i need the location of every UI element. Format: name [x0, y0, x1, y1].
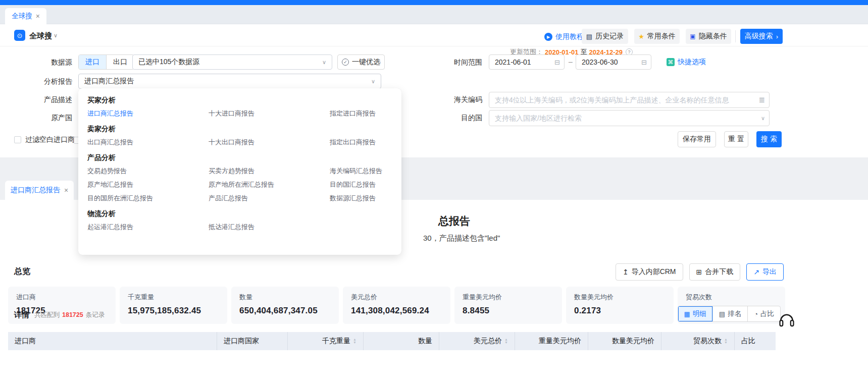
view-tab-占比[interactable]: ◔占比: [747, 306, 780, 321]
report-option[interactable]: 十大出口商报告: [209, 135, 330, 149]
report-option[interactable]: 原产地汇总报告: [87, 178, 209, 191]
overview-action-button[interactable]: ↥导入内部CRM: [616, 263, 683, 281]
command-icon: ⌘: [667, 58, 675, 66]
view-tab-label: 占比: [760, 309, 774, 318]
report-select[interactable]: 进口商汇总报告 ∨: [78, 74, 381, 89]
search-button[interactable]: 搜 索: [756, 131, 782, 147]
quick-options-link[interactable]: ⌘ 快捷选项: [667, 56, 706, 68]
advanced-search-button[interactable]: 高级搜索 ›: [740, 29, 783, 44]
report-option[interactable]: 海关编码汇总报告: [330, 164, 401, 178]
close-icon[interactable]: ×: [36, 12, 40, 20]
tutorial-link[interactable]: ▶ 使用教程: [544, 31, 584, 43]
top-accent-bar: [0, 0, 868, 5]
header-underline: [0, 46, 868, 46]
report-option[interactable]: 进口商汇总报告: [87, 106, 209, 120]
column-header[interactable]: 贸易次数▲▼: [661, 332, 735, 350]
report-option[interactable]: 原产地所在洲汇总报告: [209, 178, 330, 191]
toggle-import[interactable]: 进口: [79, 55, 106, 69]
destination-label: 目的国: [446, 114, 482, 123]
date-range-dash: –: [569, 58, 573, 66]
overview-action-label: 导出: [762, 267, 777, 277]
report-option[interactable]: 买卖方趋势报告: [209, 164, 330, 178]
stat-card: 千克重量15,975,185,632.45: [120, 287, 227, 324]
list-icon[interactable]: ≣: [758, 95, 765, 104]
destination-input[interactable]: [489, 110, 770, 126]
reset-button[interactable]: 重 置: [724, 131, 748, 147]
reset-label: 重 置: [728, 135, 744, 144]
history-button[interactable]: ▤ 历史记录: [582, 29, 628, 44]
report-group-title: 产品分析: [78, 149, 401, 164]
details-row: 详情 共匹配到 181725 条记录: [14, 309, 105, 321]
import-crm-icon: ↥: [623, 268, 629, 276]
overview-action-button[interactable]: ⊞合并下载: [689, 263, 741, 281]
report-option[interactable]: 数据源汇总报告: [330, 191, 401, 205]
column-header[interactable]: 美元总价▲▼: [439, 332, 515, 350]
column-header-label: 数量美元均价: [612, 337, 654, 346]
column-header[interactable]: 重量美元均价: [515, 332, 588, 350]
report-option[interactable]: 十大进口商报告: [209, 106, 330, 120]
filter-blank-checkbox[interactable]: [14, 136, 21, 143]
stat-value: 15,975,185,632.45: [128, 306, 219, 316]
column-header-label: 千克重量: [322, 337, 350, 346]
report-group-title: 买家分析: [78, 91, 401, 106]
report-group-items: 进口商汇总报告十大进口商报告指定进口商报告: [78, 106, 401, 120]
export-button[interactable]: ↗导出: [746, 263, 784, 281]
report-option[interactable]: 出口商汇总报告: [87, 135, 209, 149]
hs-code-field: ≣: [489, 92, 770, 108]
report-group-items: 起运港汇总报告抵达港汇总报告: [78, 220, 401, 234]
report-option[interactable]: 交易趋势报告: [87, 164, 209, 178]
report-option[interactable]: 起运港汇总报告: [87, 220, 209, 234]
column-header[interactable]: 数量美元均价: [588, 332, 661, 350]
stat-card: 数量650,404,687,347.05: [231, 287, 339, 324]
column-header[interactable]: 千克重量▲▼: [288, 332, 364, 350]
table-grid-icon: ▦: [684, 310, 690, 318]
export-icon: ↗: [753, 268, 759, 276]
search-label: 搜 索: [761, 135, 777, 144]
result-tab[interactable]: 进口商汇总报告 ×: [5, 181, 74, 200]
close-icon[interactable]: ×: [64, 186, 68, 194]
sort-icon[interactable]: ▲▼: [504, 338, 508, 344]
start-date-input[interactable]: [489, 54, 565, 70]
chevron-down-icon[interactable]: ∨: [54, 32, 58, 39]
frequent-conditions-button[interactable]: ★ 常用条件: [634, 29, 680, 44]
end-date-field: ⊟: [576, 54, 651, 70]
view-tab-明细[interactable]: ▦明细: [678, 306, 712, 321]
report-option[interactable]: 指定出口商报告: [330, 135, 401, 149]
toggle-export[interactable]: 出口: [106, 55, 134, 69]
view-tab-排名[interactable]: ▤排名: [712, 306, 747, 321]
match-summary: 共匹配到 181725 条记录: [34, 311, 105, 319]
match-count: 181725: [62, 311, 83, 318]
page-tab-global-search[interactable]: 全球搜 ×: [5, 8, 46, 24]
end-date-input[interactable]: [576, 54, 651, 70]
sort-icon[interactable]: ▲▼: [724, 338, 728, 344]
result-tab-label: 进口商汇总报告: [11, 186, 60, 195]
hs-code-input[interactable]: [489, 92, 770, 108]
column-header[interactable]: 进口商国家: [217, 332, 288, 350]
match-prefix: 共匹配到: [34, 311, 60, 319]
report-option[interactable]: 指定进口商报告: [330, 106, 401, 120]
sort-icon[interactable]: ▲▼: [353, 338, 356, 344]
calendar-icon: ⊟: [641, 59, 647, 66]
column-header-label: 进口商国家: [224, 337, 259, 346]
headset-icon[interactable]: [778, 310, 796, 332]
column-header[interactable]: 数量: [364, 332, 439, 350]
column-header-label: 重量美元均价: [539, 337, 581, 346]
save-frequent-button[interactable]: 保存常用: [678, 131, 716, 147]
report-option[interactable]: 目的国所在洲汇总报告: [87, 191, 209, 205]
advanced-search-label: 高级搜索: [745, 32, 773, 41]
filter-blank-label: 过滤空白进口商: [25, 135, 75, 144]
report-option[interactable]: 目的国汇总报告: [330, 178, 401, 191]
hide-conditions-button[interactable]: ▣ 隐藏条件: [686, 29, 731, 44]
data-source-select[interactable]: 已选中105个数据源 ∨: [132, 54, 332, 70]
stat-value: 0.2173: [574, 306, 666, 316]
stat-value: 8.8455: [463, 306, 554, 316]
report-option[interactable]: 抵达港汇总报告: [209, 220, 330, 234]
report-option[interactable]: 产品汇总报告: [209, 191, 330, 205]
collapse-icon: ▣: [690, 33, 695, 40]
stat-label: 数量美元均价: [574, 293, 666, 302]
column-header[interactable]: 占比: [735, 332, 776, 350]
product-desc-label: 产品描述: [36, 95, 72, 104]
one-click-optimize-button[interactable]: ✓ 一键优选: [337, 54, 385, 70]
column-header[interactable]: 进口商: [8, 332, 217, 350]
stat-label: 进口商: [16, 293, 108, 302]
